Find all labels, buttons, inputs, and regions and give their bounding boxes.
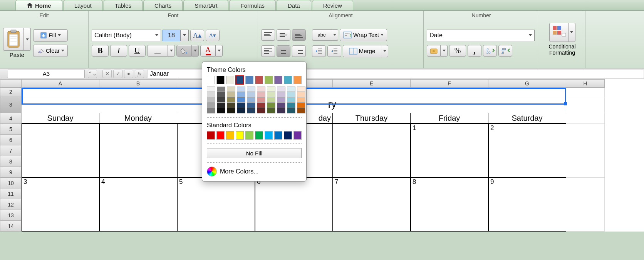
accept-formula-button[interactable]: ✓ <box>113 70 122 78</box>
color-swatch[interactable] <box>247 103 255 108</box>
color-swatch[interactable] <box>267 92 275 97</box>
cell[interactable] <box>566 178 605 232</box>
align-middle-button[interactable] <box>277 29 290 41</box>
color-swatch[interactable] <box>257 97 265 103</box>
color-swatch[interactable] <box>237 108 245 113</box>
color-swatch[interactable] <box>227 103 235 108</box>
row-header[interactable]: 8 <box>0 156 22 167</box>
font-size-dropdown[interactable] <box>180 30 189 41</box>
formula-builder-button[interactable]: ● <box>124 70 133 78</box>
color-swatch[interactable] <box>237 103 245 108</box>
comma-button[interactable]: , <box>468 45 481 57</box>
color-swatch[interactable] <box>257 92 265 97</box>
underline-button[interactable]: U <box>129 45 146 57</box>
color-swatch[interactable] <box>274 131 282 140</box>
tab-layout[interactable]: Layout <box>63 0 103 10</box>
color-swatch[interactable] <box>217 103 225 108</box>
grow-font-button[interactable]: A▴ <box>190 30 204 41</box>
color-swatch[interactable] <box>227 108 235 113</box>
font-name-select[interactable]: Calibri (Body) <box>92 30 161 41</box>
color-swatch[interactable] <box>297 87 305 92</box>
column-header[interactable]: B <box>99 79 177 88</box>
tab-charts[interactable]: Charts <box>143 0 183 10</box>
calendar-cell[interactable]: 6 <box>255 178 333 232</box>
calendar-cell[interactable]: 4 <box>99 178 177 232</box>
number-format-select[interactable]: Date <box>427 30 535 41</box>
more-colors-button[interactable]: More Colors... <box>207 167 302 177</box>
color-swatch[interactable] <box>237 97 245 103</box>
shrink-font-button[interactable]: A▾ <box>206 30 220 41</box>
clear-button[interactable]: Clear <box>33 45 68 57</box>
color-swatch[interactable] <box>255 131 263 140</box>
tab-home[interactable]: Home <box>15 0 62 10</box>
increase-decimal-button[interactable]: .0.00 <box>483 45 497 57</box>
align-center-button[interactable] <box>277 45 290 57</box>
border-button[interactable] <box>147 45 168 57</box>
row-header[interactable]: 10 <box>0 178 22 188</box>
calendar-cell[interactable] <box>22 124 99 178</box>
column-header[interactable]: G <box>488 79 566 88</box>
row-header[interactable]: 2 <box>0 88 22 96</box>
color-swatch[interactable] <box>287 108 295 113</box>
color-swatch[interactable] <box>277 92 285 97</box>
fill-color-button[interactable] <box>176 45 192 57</box>
font-color-button[interactable]: A <box>200 45 216 57</box>
color-swatch[interactable] <box>284 131 292 140</box>
row-header[interactable]: 9 <box>0 167 22 178</box>
color-swatch[interactable] <box>245 131 253 140</box>
color-swatch[interactable] <box>237 92 245 97</box>
color-swatch[interactable] <box>287 97 295 103</box>
color-swatch[interactable] <box>217 92 225 97</box>
paste-dropdown[interactable] <box>24 28 31 51</box>
color-swatch[interactable] <box>236 131 244 140</box>
select-all-corner[interactable] <box>0 79 22 88</box>
merge-dropdown[interactable] <box>381 45 388 57</box>
fx-button[interactable]: fx <box>135 70 144 78</box>
color-swatch[interactable] <box>277 108 285 113</box>
row-header[interactable]: 13 <box>0 210 22 221</box>
color-swatch[interactable] <box>236 76 244 84</box>
day-header[interactable]: Thursday <box>333 113 411 124</box>
tab-formulas[interactable]: Formulas <box>229 0 276 10</box>
color-swatch[interactable] <box>267 87 275 92</box>
conditional-formatting-button[interactable] <box>549 23 569 42</box>
color-swatch[interactable] <box>217 108 225 113</box>
wrap-text-button[interactable]: Wrap Text <box>340 29 387 41</box>
calendar-cell[interactable]: 7 <box>333 178 411 232</box>
color-swatch[interactable] <box>226 76 234 84</box>
calendar-cell[interactable]: 9 <box>488 178 566 232</box>
name-box-stepper[interactable]: ⌃⌄ <box>88 70 97 78</box>
color-swatch[interactable] <box>277 103 285 108</box>
color-swatch[interactable] <box>297 97 305 103</box>
font-size-select[interactable]: 18 <box>163 30 180 41</box>
calendar-cell[interactable]: 8 <box>411 178 488 232</box>
color-swatch[interactable] <box>226 131 234 140</box>
color-swatch[interactable] <box>207 97 215 103</box>
calendar-cell[interactable]: 3 <box>22 178 99 232</box>
currency-dropdown[interactable] <box>441 45 448 57</box>
bold-button[interactable]: B <box>92 45 109 57</box>
color-swatch[interactable] <box>247 108 255 113</box>
fill-button[interactable]: Fill <box>33 29 68 42</box>
column-header[interactable]: E <box>333 79 411 88</box>
color-swatch[interactable] <box>217 97 225 103</box>
align-top-button[interactable] <box>261 29 275 41</box>
color-swatch[interactable] <box>245 76 253 84</box>
tab-tables[interactable]: Tables <box>104 0 143 10</box>
color-swatch[interactable] <box>265 76 273 84</box>
color-swatch[interactable] <box>284 76 292 84</box>
cell[interactable] <box>566 124 605 178</box>
color-swatch[interactable] <box>277 87 285 92</box>
color-swatch[interactable] <box>293 131 302 140</box>
color-swatch[interactable] <box>216 131 225 140</box>
calendar-cell[interactable] <box>333 124 411 178</box>
calendar-cell[interactable]: 1 <box>411 124 488 178</box>
day-header[interactable]: Sunday <box>22 113 99 124</box>
calendar-cell[interactable]: 2 <box>488 124 566 178</box>
border-dropdown[interactable] <box>168 45 175 57</box>
orientation-button[interactable]: abc <box>312 29 331 41</box>
color-swatch[interactable] <box>267 97 275 103</box>
name-box[interactable]: A3 <box>8 70 85 78</box>
color-swatch[interactable] <box>207 92 215 97</box>
color-swatch[interactable] <box>257 87 265 92</box>
